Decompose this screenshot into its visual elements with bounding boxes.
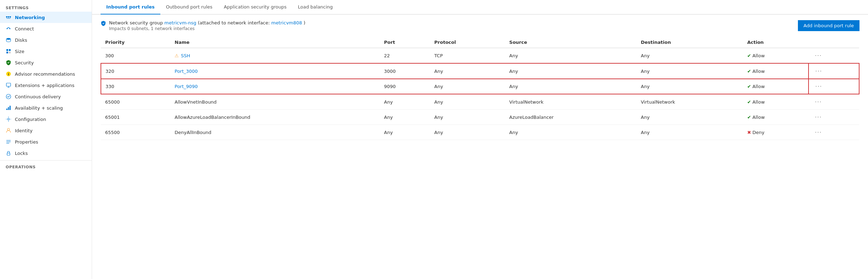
cell-action: ✖Deny [743,125,809,140]
cell-action: ✔Allow [743,63,809,79]
availability-icon [6,105,11,111]
table-row: 320Port_30003000AnyAnyAny✔Allow··· [101,63,859,79]
sidebar-item-size[interactable]: Size [0,46,92,57]
cell-port: Any [380,125,430,140]
name-link[interactable]: Port_9090 [175,84,198,89]
tab-outbound[interactable]: Outbound port rules [160,0,218,14]
sidebar-item-networking[interactable]: Networking [0,12,92,23]
more-options-button[interactable]: ··· [813,52,824,59]
tab-inbound[interactable]: Inbound port rules [101,0,160,14]
cell-more: ··· [809,48,859,64]
nsg-name-link[interactable]: metricvm-nsg [164,20,196,25]
attached-prefix: (attached to network interface: [198,20,270,25]
sidebar-label-disks: Disks [15,37,27,43]
cell-port: 9090 [380,79,430,94]
col-header-destination: Destination [636,37,743,48]
sidebar-item-extensions[interactable]: Extensions + applications [0,80,92,91]
cell-priority: 300 [101,48,170,64]
sidebar-label-properties: Properties [15,139,38,145]
col-header-source: Source [505,37,637,48]
extensions-icon [6,82,11,88]
svg-point-8 [10,28,11,29]
nsg-label: Network security group [109,20,163,25]
cell-destination: Any [636,63,743,79]
allow-icon: ✔ [747,69,751,74]
col-header-name: Name [170,37,380,48]
allow-icon: ✔ [747,99,751,105]
sidebar-item-availability[interactable]: Availability + scaling [0,102,92,114]
more-options-button[interactable]: ··· [813,82,824,90]
cell-source: VirtualNetwork [505,94,637,110]
cell-destination: Any [636,48,743,64]
sidebar-item-continuous[interactable]: Continuous delivery [0,91,92,102]
cell-priority: 65001 [101,110,170,125]
impact-text: Impacts 0 subnets, 1 network interfaces [109,26,305,31]
sidebar-label-identity: Identity [15,128,33,133]
sidebar-item-locks[interactable]: Locks [0,147,92,159]
interface-link[interactable]: metricvm808 [271,20,302,25]
attached-suffix: ) [303,20,305,25]
info-bar-left: Network security group metricvm-nsg (att… [101,20,305,31]
cell-action: ✔Allow [743,110,809,125]
security-icon [6,60,11,65]
col-header-protocol: Protocol [430,37,505,48]
svg-rect-2 [10,16,11,17]
col-header- [809,37,859,48]
tab-appgroups[interactable]: Application security groups [218,0,292,14]
cell-priority: 320 [101,63,170,79]
sidebar-item-advisor[interactable]: i Advisor recommendations [0,68,92,80]
main-content: Inbound port rulesOutbound port rulesApp… [92,0,868,279]
connect-icon [6,26,11,31]
svg-point-22 [7,128,10,130]
cell-name: ⚠ SSH [170,48,380,64]
network-icon [6,14,11,20]
size-icon [6,48,11,54]
sidebar-item-configuration[interactable]: Configuration [0,114,92,125]
col-header-port: Port [380,37,430,48]
more-options-button[interactable]: ··· [813,128,824,136]
sidebar-label-availability: Availability + scaling [15,105,63,111]
table-row: 65001AllowAzureLoadBalancerInBoundAnyAny… [101,110,859,125]
cell-priority: 330 [101,79,170,94]
cell-more: ··· [809,63,859,79]
sidebar-label-size: Size [15,49,24,54]
sidebar-item-connect[interactable]: Connect [0,23,92,34]
more-options-button[interactable]: ··· [813,67,824,75]
nsg-info: Network security group metricvm-nsg (att… [109,20,305,31]
sidebar-label-networking: Networking [15,15,45,20]
cell-source: Any [505,79,637,94]
cell-name: Port_3000 [170,63,380,79]
svg-point-9 [6,38,11,40]
add-inbound-port-rule-button[interactable]: Add inbound port rule [798,20,860,31]
name-link[interactable]: Port_3000 [175,69,198,74]
sidebar-item-properties[interactable]: Properties [0,136,92,147]
locks-icon [6,150,11,156]
allow-icon: ✔ [747,115,751,120]
sidebar-divider [0,160,92,161]
sidebar-item-security[interactable]: Security [0,57,92,68]
cell-priority: 65000 [101,94,170,110]
tab-loadbalancing[interactable]: Load balancing [292,0,338,14]
table-row: 330Port_90909090AnyAnyAny✔Allow··· [101,79,859,94]
sidebar-item-identity[interactable]: Identity [0,125,92,136]
more-options-button[interactable]: ··· [813,98,824,106]
col-header-priority: Priority [101,37,170,48]
cell-name: DenyAllInBound [170,125,380,140]
more-options-button[interactable]: ··· [813,113,824,121]
sidebar-label-extensions: Extensions + applications [15,83,74,88]
sidebar-item-disks[interactable]: Disks [0,34,92,46]
cell-protocol: TCP [430,48,505,64]
cell-more: ··· [809,125,859,140]
content-area: Network security group metricvm-nsg (att… [92,14,868,279]
name-link[interactable]: SSH [181,53,190,58]
cell-destination: VirtualNetwork [636,94,743,110]
cell-name: AllowAzureLoadBalancerInBound [170,110,380,125]
cell-port: Any [380,94,430,110]
table-row: 300 ⚠ SSH 22TCPAnyAny✔Allow··· [101,48,859,64]
svg-rect-1 [8,16,9,17]
allow-icon: ✔ [747,53,751,58]
svg-rect-11 [9,49,11,51]
cell-protocol: Any [430,110,505,125]
sidebar-label-locks: Locks [15,151,28,156]
cell-protocol: Any [430,63,505,79]
